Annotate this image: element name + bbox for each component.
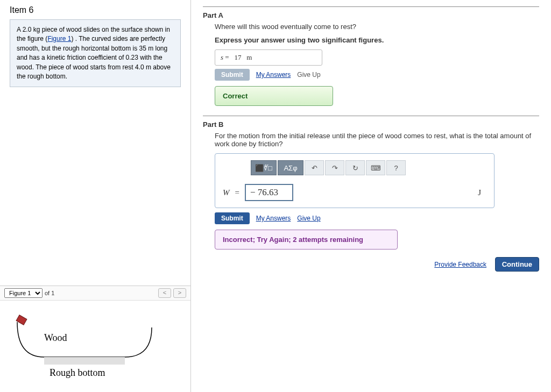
top-divider — [203, 6, 539, 7]
item-title: Item 6 — [0, 0, 190, 19]
figure-panel: Figure 1 of 1 < > Wood Rough bottom — [0, 286, 190, 392]
part-b-input-panel: ⬛∜□ ΑΣφ ↶ ↷ ↻ ⌨ ? W = − 76.63 J — [215, 153, 495, 208]
right-panel: Part A Where will this wood eventually c… — [191, 0, 551, 392]
tool-redo-button[interactable]: ↷ — [325, 160, 344, 175]
part-a-eq: = — [225, 53, 229, 61]
continue-button[interactable]: Continue — [495, 257, 539, 272]
tool-help-button[interactable]: ? — [386, 160, 406, 175]
svg-rect-1 — [16, 315, 27, 325]
figure-header: Figure 1 of 1 < > — [0, 286, 190, 301]
figure-body: Wood Rough bottom — [0, 301, 190, 392]
footer: Provide Feedback Continue — [203, 257, 539, 272]
left-panel: Item 6 A 2.0 kg piece of wood slides on … — [0, 0, 191, 392]
figure-prev-button[interactable]: < — [158, 288, 171, 298]
part-a-heading: Part A — [203, 11, 539, 19]
tool-template-button[interactable]: ⬛∜□ — [251, 160, 277, 175]
part-b-give-up-link[interactable]: Give Up — [297, 215, 320, 222]
provide-feedback-link[interactable]: Provide Feedback — [434, 261, 486, 268]
part-b-unit: J — [478, 188, 481, 197]
part-b-answer-input[interactable]: − 76.63 — [245, 184, 293, 201]
tool-undo-button[interactable]: ↶ — [305, 160, 324, 175]
figure-link[interactable]: Figure 1 — [47, 35, 71, 42]
part-a-question: Where will this wood eventually come to … — [215, 23, 539, 31]
label-rough: Rough bottom — [50, 367, 105, 378]
svg-rect-0 — [44, 357, 125, 365]
part-b-submit-button[interactable]: Submit — [215, 212, 250, 224]
problem-statement: A 2.0 kg piece of wood slides on the sur… — [10, 19, 181, 87]
part-divider — [203, 116, 539, 116]
part-a-var: s — [221, 53, 223, 61]
part-a-instruction: Express your answer using two significan… — [215, 36, 539, 44]
part-b-heading: Part B — [203, 120, 539, 129]
equation-toolbar: ⬛∜□ ΑΣφ ↶ ↷ ↻ ⌨ ? — [251, 160, 486, 175]
part-a-submit-button[interactable]: Submit — [215, 69, 250, 81]
figure-count: of 1 — [45, 290, 54, 296]
part-b-question: For the motion from the initial release … — [215, 132, 539, 148]
label-wood: Wood — [44, 332, 67, 343]
tool-greek-button[interactable]: ΑΣφ — [278, 160, 303, 175]
figure-svg: Wood Rough bottom — [6, 311, 163, 381]
part-a-my-answers-link[interactable]: My Answers — [256, 71, 291, 79]
tool-keyboard-button[interactable]: ⌨ — [366, 160, 385, 175]
part-a-feedback: Correct — [215, 86, 333, 106]
figure-next-button[interactable]: > — [173, 288, 186, 298]
part-b-my-answers-link[interactable]: My Answers — [256, 215, 291, 222]
part-b-var: W — [223, 188, 230, 197]
tool-reset-button[interactable]: ↻ — [345, 160, 365, 175]
part-b-eq-sign: = — [235, 188, 239, 197]
part-a-val: 17 — [234, 53, 241, 61]
part-a-answer-display: s = 17 m — [215, 49, 322, 66]
figure-select[interactable]: Figure 1 — [4, 288, 43, 298]
part-b-feedback: Incorrect; Try Again; 2 attempts remaini… — [215, 230, 398, 250]
part-a-unit: m — [246, 53, 252, 61]
part-a-give-up: Give Up — [297, 71, 320, 79]
